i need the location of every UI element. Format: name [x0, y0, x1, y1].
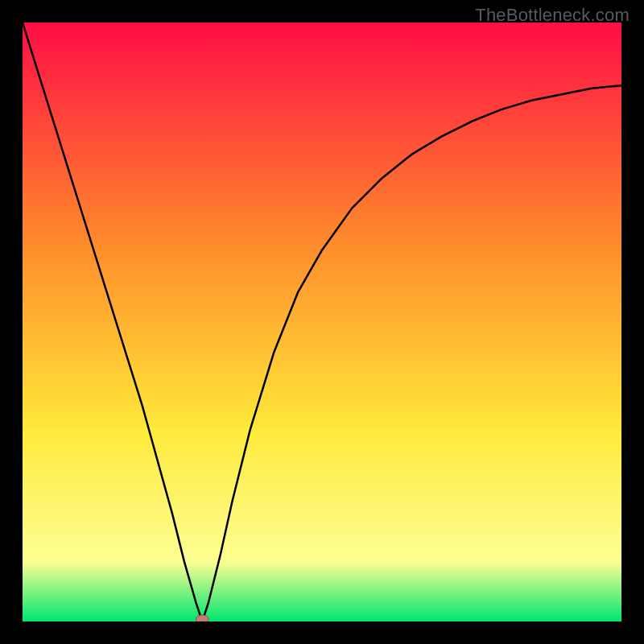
minimum-marker: [196, 615, 208, 621]
chart-background: [23, 23, 621, 621]
watermark-label: TheBottleneck.com: [475, 5, 630, 26]
bottleneck-chart: [23, 23, 621, 621]
chart-container: [23, 23, 621, 621]
